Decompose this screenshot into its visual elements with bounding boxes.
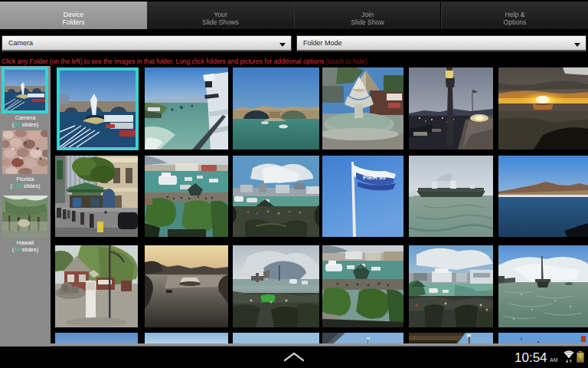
svg-text:PIER 39: PIER 39 bbox=[363, 174, 386, 181]
